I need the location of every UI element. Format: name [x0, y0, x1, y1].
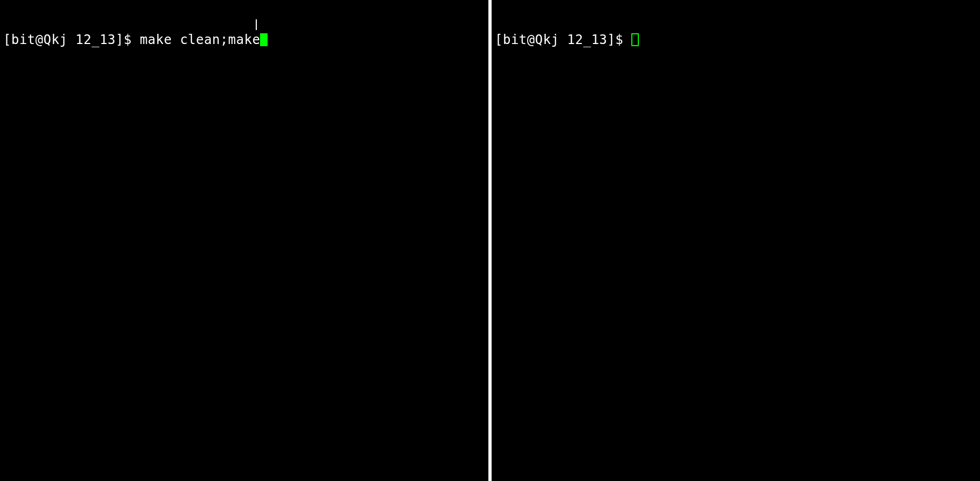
- cursor-active-icon: [260, 33, 268, 46]
- terminal-line: [bit@Qkj 12_13]$: [495, 32, 977, 47]
- cursor-inactive-icon: [631, 33, 639, 46]
- text-caret-icon: [256, 19, 257, 30]
- terminal-split-container: [bit@Qkj 12_13]$ make clean;make [bit@Qk…: [0, 0, 980, 481]
- terminal-pane-left[interactable]: [bit@Qkj 12_13]$ make clean;make: [0, 0, 488, 481]
- terminal-pane-right[interactable]: [bit@Qkj 12_13]$: [492, 0, 980, 481]
- command-input[interactable]: make clean;make: [140, 32, 260, 47]
- shell-prompt: [bit@Qkj 12_13]$: [495, 32, 631, 47]
- terminal-line: [bit@Qkj 12_13]$ make clean;make: [3, 32, 485, 47]
- shell-prompt: [bit@Qkj 12_13]$: [3, 32, 140, 47]
